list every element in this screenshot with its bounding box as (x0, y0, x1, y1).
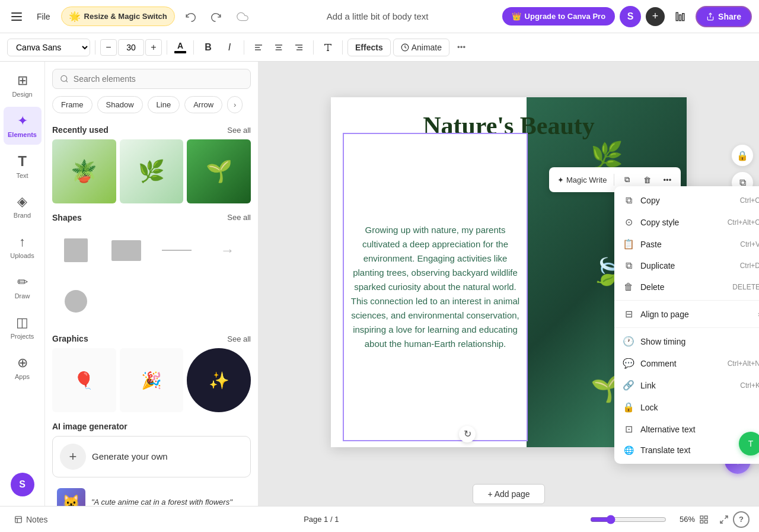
lock-canvas-button[interactable]: 🔒 (732, 145, 753, 166)
share-button[interactable]: Share (696, 6, 752, 27)
recent-thumb-3[interactable]: 🌱 (187, 139, 251, 203)
grid-view-button[interactable] (695, 511, 713, 528)
shape-circle[interactable] (52, 278, 99, 324)
text-color-button[interactable]: A (172, 39, 189, 56)
italic-button[interactable]: I (220, 38, 239, 57)
zoom-slider[interactable] (590, 515, 666, 524)
ctx-lock[interactable]: 🔒 Lock (614, 396, 759, 418)
search-input[interactable] (74, 74, 243, 84)
zoom-control: 56% (590, 515, 695, 524)
ai-section-header: AI image generator (52, 422, 251, 431)
ctx-link[interactable]: 🔗 Link Ctrl+K (614, 374, 759, 396)
sidebar-item-uploads[interactable]: ↑ Uploads (4, 228, 42, 266)
delete-icon: 🗑 (623, 282, 634, 292)
align-left-button[interactable] (249, 38, 268, 57)
redo-button[interactable] (206, 6, 227, 27)
effects-button[interactable]: Effects (347, 39, 391, 56)
rotate-handle[interactable]: ↻ (459, 426, 476, 442)
file-menu-button[interactable]: File (31, 8, 56, 25)
recent-thumb-2[interactable]: 🌿 (120, 139, 184, 203)
shape-arrow[interactable]: → (204, 227, 251, 274)
copy-style-icon: ⊙ (623, 216, 634, 228)
sidebar-item-projects[interactable]: ◫ Projects (4, 308, 42, 346)
shape-square[interactable] (52, 227, 99, 274)
sidebar-item-label-apps: Apps (15, 373, 30, 380)
graphic-3[interactable]: ✨ (187, 348, 251, 412)
recently-used-title: Recently used (52, 125, 109, 135)
add-collaborator-button[interactable]: + (646, 7, 665, 26)
svg-rect-24 (704, 520, 707, 523)
quick-tags-more[interactable]: › (227, 96, 243, 113)
quick-tag-arrow[interactable]: Arrow (184, 96, 222, 113)
fullscreen-button[interactable] (715, 511, 733, 528)
shapes-see-all[interactable]: See all (227, 213, 251, 222)
svg-rect-18 (15, 516, 22, 523)
ctx-comment[interactable]: 💬 Comment Ctrl+Alt+N (614, 352, 759, 374)
ctx-duplicate[interactable]: ⧉ Duplicate Ctrl+D (614, 255, 759, 276)
help-button[interactable]: ? (733, 511, 750, 528)
animate-button[interactable]: Animate (393, 39, 449, 56)
ctx-copy[interactable]: ⧉ Copy Ctrl+C (614, 190, 759, 211)
upgrade-label: Upgrade to Canva Pro (525, 12, 606, 21)
quick-tag-line[interactable]: Line (148, 96, 180, 113)
design-icon: ⊞ (17, 73, 28, 88)
text-style-button[interactable] (318, 38, 337, 57)
ctx-paste[interactable]: 📋 Paste Ctrl+V (614, 233, 759, 255)
ctx-align[interactable]: ⊟ Align to page › (614, 303, 759, 325)
sidebar-item-draw[interactable]: ✏ Draw (4, 268, 42, 306)
sidebar-item-label-design: Design (12, 91, 32, 98)
shape-rect[interactable] (103, 227, 149, 274)
font-size-decrease[interactable]: − (100, 39, 117, 56)
more-options-button[interactable]: ••• (452, 38, 471, 57)
align-right-button[interactable] (289, 38, 308, 57)
ai-example-1[interactable]: 🐱 "A cute anime cat in a forest with flo… (52, 483, 251, 506)
text-box[interactable]: Growing up with nature, my parents culti… (343, 133, 528, 441)
ctx-copy-shortcut: Ctrl+C (740, 196, 759, 205)
user-avatar-sidebar[interactable]: S (11, 473, 34, 496)
ctx-copy-label: Copy (640, 196, 660, 205)
ctx-translate[interactable]: 🌐 Translate text T (614, 440, 759, 460)
graphics-see-all[interactable]: See all (227, 335, 251, 343)
magic-write-button[interactable]: ✦ Magic Write (554, 171, 610, 189)
font-size-input[interactable] (118, 39, 144, 56)
ctx-paste-shortcut: Ctrl+V (740, 240, 759, 249)
font-family-select[interactable]: Canva Sans (7, 39, 90, 56)
menu-button[interactable] (7, 7, 26, 26)
search-icon (60, 74, 69, 84)
add-page-button[interactable]: + Add page (473, 484, 544, 504)
sep3 (193, 40, 194, 55)
undo-button[interactable] (180, 6, 201, 27)
ctx-show-timing[interactable]: 🕐 Show timing (614, 330, 759, 352)
sidebar-item-design[interactable]: ⊞ Design (4, 66, 42, 104)
magic-write-label: Magic Write (566, 176, 607, 184)
analytics-button[interactable] (669, 6, 691, 27)
font-size-increase[interactable]: + (145, 39, 162, 56)
align-center-button[interactable] (269, 38, 288, 57)
bold-button[interactable]: B (199, 38, 218, 57)
quick-tag-shadow[interactable]: Shadow (97, 96, 143, 113)
ai-generate-button[interactable]: + Generate your own (52, 436, 251, 477)
graphic-1[interactable]: 🎈 (52, 348, 116, 412)
cloud-save-button[interactable] (232, 6, 253, 27)
sidebar-item-brand[interactable]: ◈ Brand (4, 187, 42, 225)
topbar-center: Add a little bit of body text (258, 6, 498, 27)
upgrade-button[interactable]: 👑 Upgrade to Canva Pro (502, 7, 616, 26)
ctx-delete[interactable]: 🗑 Delete DELETE (614, 276, 759, 298)
ctx-alt-text[interactable]: ⊡ Alternative text (614, 418, 759, 440)
document-title[interactable]: Add a little bit of body text (314, 6, 441, 27)
magic-switch-button[interactable]: 🌟 Resize & Magic Switch (61, 7, 175, 26)
sidebar-item-apps[interactable]: ⊕ Apps (4, 349, 42, 387)
translate-action-circle[interactable]: T (739, 432, 759, 455)
sidebar-item-text[interactable]: T Text (4, 147, 42, 185)
sidebar-item-elements[interactable]: ✦ Elements (4, 107, 42, 145)
shape-line[interactable] (154, 227, 200, 274)
recent-thumb-1[interactable]: 🪴 (52, 139, 116, 203)
recently-used-see-all[interactable]: See all (227, 126, 251, 135)
ctx-copy-style[interactable]: ⊙ Copy style Ctrl+Alt+C (614, 211, 759, 233)
quick-tag-frame[interactable]: Frame (52, 96, 93, 113)
user-avatar[interactable]: S (620, 6, 641, 27)
ctx-link-label: Link (640, 381, 656, 390)
ctx-delete-label: Delete (640, 282, 664, 292)
notes-button[interactable]: Notes (9, 512, 53, 527)
graphic-2[interactable]: 🎉 (120, 348, 184, 412)
